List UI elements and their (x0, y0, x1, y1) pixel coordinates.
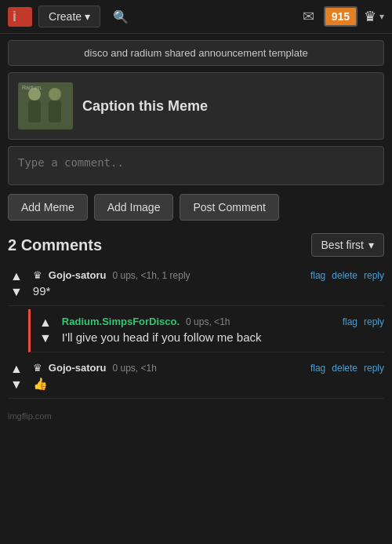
comment-author-2: Radium.SimpsForDisco. (62, 316, 180, 327)
comment-item: ▲ ▼ ♛ Gojo-satoru 0 ups, <1h, 1 reply fl… (8, 263, 384, 306)
comment-content-2: Radium.SimpsForDisco. 0 ups, <1h flag re… (62, 316, 384, 344)
comment-actions-3: flag delete reply (310, 363, 384, 374)
reply-link-3[interactable]: reply (364, 363, 384, 374)
comment-author-1: Gojo-satoru (49, 269, 107, 281)
comment-header-3: ♛ Gojo-satoru 0 ups, <1h flag delete rep… (33, 362, 384, 374)
user-menu-chevron: ▾ (379, 11, 384, 22)
delete-link-3[interactable]: delete (332, 363, 358, 374)
comment-buttons: Add Meme Add Image Post Comment (8, 194, 384, 221)
post-comment-button[interactable]: Post Comment (180, 194, 279, 221)
user-menu[interactable]: ♛ ▾ (364, 8, 384, 25)
author-crown-1: ♛ (33, 269, 42, 281)
comment-input-area: Add Meme Add Image Post Comment (8, 146, 384, 221)
comment-actions-1: flag delete reply (310, 270, 384, 281)
comment-item-reply: ▲ ▼ Radium.SimpsForDisco. 0 ups, <1h fla… (28, 309, 384, 352)
create-label: Create (49, 10, 82, 23)
comment-header-1: ♛ Gojo-satoru 0 ups, <1h, 1 reply flag d… (33, 269, 384, 281)
comment-content-3: ♛ Gojo-satoru 0 ups, <1h flag delete rep… (33, 362, 384, 391)
comment-content-1: ♛ Gojo-satoru 0 ups, <1h, 1 reply flag d… (33, 269, 384, 298)
vote-controls-3: ▲ ▼ (8, 362, 25, 392)
flag-link-3[interactable]: flag (310, 363, 325, 374)
vote-controls-1: ▲ ▼ (8, 269, 25, 299)
comment-author-3: Gojo-satoru (49, 362, 107, 374)
comment-stats-3: 0 ups, <1h (113, 363, 157, 374)
crown-icon: ♛ (364, 8, 376, 25)
vote-up-2[interactable]: ▲ (37, 316, 54, 330)
svg-point-3 (49, 88, 61, 100)
meme-title: Caption this Meme (82, 98, 208, 115)
comments-count: 2 Comments (8, 236, 102, 254)
notification-badge[interactable]: 915 (324, 6, 358, 27)
mail-icon[interactable]: ✉ (299, 5, 318, 28)
vote-down-2[interactable]: ▼ (37, 331, 54, 345)
comment-textarea[interactable] (8, 146, 384, 185)
vote-up-3[interactable]: ▲ (8, 362, 25, 376)
sort-label: Best first (321, 239, 364, 251)
logo[interactable]: im (8, 7, 32, 27)
announcement-bar: disco and radium shared announcement tem… (8, 40, 384, 66)
vote-up-1[interactable]: ▲ (8, 269, 25, 283)
comment-actions-2: flag reply (343, 316, 384, 327)
add-image-button[interactable]: Add Image (94, 194, 174, 221)
meme-thumb-svg: Radium. (19, 82, 72, 127)
meme-thumbnail: Radium. (18, 82, 73, 130)
meme-card: Radium. Caption this Meme (8, 72, 384, 140)
comments-header: 2 Comments Best first ▾ (8, 233, 384, 257)
svg-rect-2 (28, 100, 41, 122)
comment-text-2: I'll give you head if you follow me back (62, 330, 384, 344)
create-button[interactable]: Create ▾ (38, 5, 100, 27)
footer-text: imgflip.com (8, 411, 52, 421)
header: im Create ▾ 🔍 ✉ 915 ♛ ▾ (0, 0, 392, 34)
search-icon[interactable]: 🔍 (107, 6, 135, 27)
vote-down-1[interactable]: ▼ (8, 285, 25, 299)
reply-link-1[interactable]: reply (364, 270, 384, 281)
meme-thumb-image: Radium. (19, 82, 72, 130)
comment-item-3: ▲ ▼ ♛ Gojo-satoru 0 ups, <1h flag delete… (8, 356, 384, 399)
flag-link-2[interactable]: flag (343, 316, 358, 327)
sort-chevron: ▾ (368, 239, 374, 251)
delete-link-1[interactable]: delete (332, 270, 358, 281)
logo-m: m (16, 9, 27, 24)
reply-link-2[interactable]: reply (364, 316, 384, 327)
comment-text-3: 👍 (33, 377, 384, 391)
comment-text-1: 99* (33, 284, 384, 298)
vote-controls-2: ▲ ▼ (37, 316, 54, 345)
svg-text:Radium.: Radium. (22, 85, 42, 90)
comment-stats-2: 0 ups, <1h (186, 316, 230, 327)
svg-rect-4 (49, 100, 61, 122)
vote-down-3[interactable]: ▼ (8, 378, 25, 392)
create-chevron: ▾ (85, 10, 90, 23)
author-crown-3: ♛ (33, 362, 42, 374)
comment-header-2: Radium.SimpsForDisco. 0 ups, <1h flag re… (62, 316, 384, 327)
add-meme-button[interactable]: Add Meme (8, 194, 88, 221)
comment-stats-1: 0 ups, <1h, 1 reply (113, 270, 191, 281)
announcement-text: disco and radium shared announcement tem… (84, 47, 307, 59)
sort-button[interactable]: Best first ▾ (311, 233, 384, 257)
flag-link-1[interactable]: flag (310, 270, 325, 281)
footer: imgflip.com (0, 405, 392, 427)
